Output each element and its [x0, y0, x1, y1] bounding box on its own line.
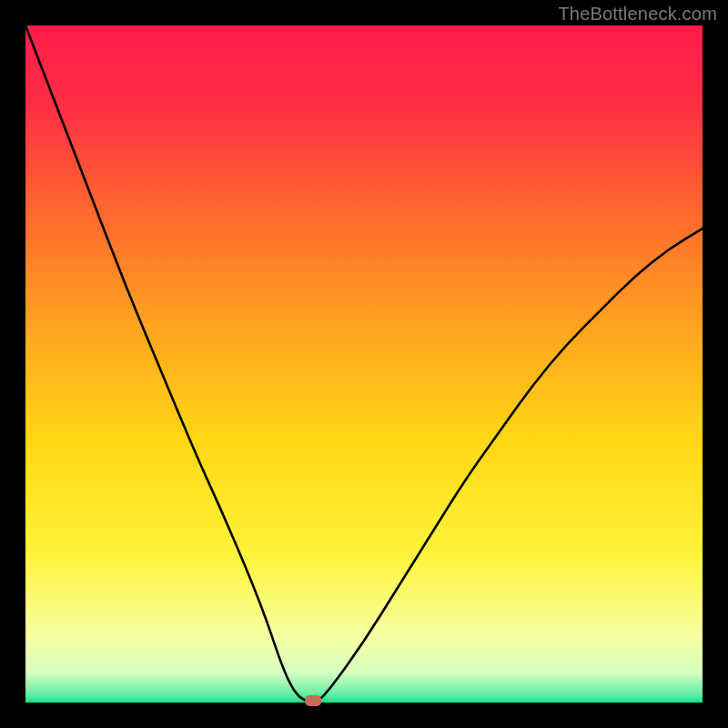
- optimal-point-marker: [305, 695, 321, 706]
- watermark-text: TheBottleneck.com: [558, 4, 717, 25]
- chart-frame: TheBottleneck.com: [0, 0, 728, 728]
- plot-background: [25, 25, 703, 703]
- bottleneck-chart: [0, 0, 728, 728]
